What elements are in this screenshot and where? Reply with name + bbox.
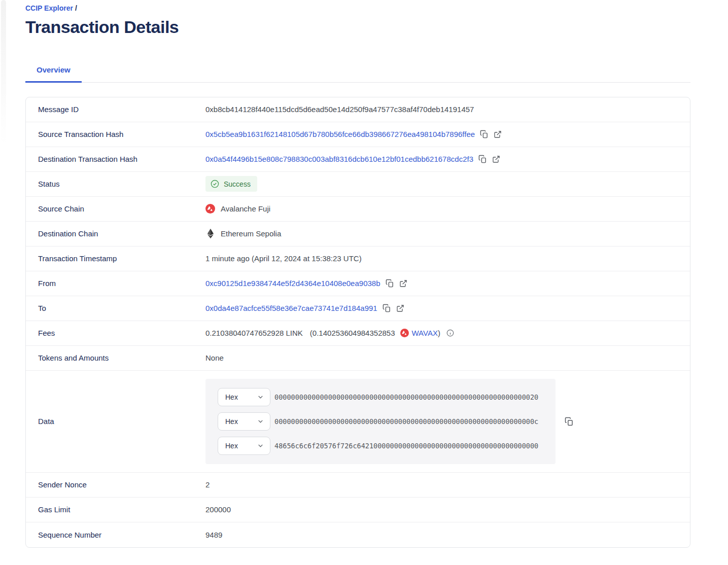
from-label: From: [38, 279, 205, 288]
sender-nonce-value: 2: [205, 480, 678, 489]
fees-converted-prefix: (0.140253604984352853: [310, 329, 395, 337]
dest-chain-name: Ethereum Sepolia: [221, 229, 281, 238]
message-id-label: Message ID: [38, 105, 205, 114]
copy-icon[interactable]: [565, 417, 574, 426]
tokens-value: None: [205, 354, 678, 362]
tab-bar: Overview: [25, 60, 690, 83]
dest-chain-label: Destination Chain: [38, 229, 205, 238]
encoding-select[interactable]: Hex: [218, 412, 270, 431]
sequence-number-label: Sequence Number: [38, 531, 205, 539]
source-chain-label: Source Chain: [38, 204, 205, 213]
encoding-select[interactable]: Hex: [218, 388, 270, 406]
check-circle-icon: [211, 180, 219, 188]
transaction-details-card: Message ID 0xb8cb414128f440e115dcd5d6ead…: [25, 97, 690, 548]
fees-label: Fees: [38, 329, 205, 337]
encoding-select[interactable]: Hex: [218, 437, 270, 455]
external-link-icon[interactable]: [396, 304, 404, 312]
dest-tx-hash-label: Destination Transaction Hash: [38, 155, 205, 163]
data-hex-line: 48656c6c6f20576f726c64210000000000000000…: [274, 442, 538, 450]
data-hex-panel: Hex 000000000000000000000000000000000000…: [205, 379, 556, 464]
row-tokens-and-amounts: Tokens and Amounts None: [26, 346, 690, 371]
source-tx-hash-label: Source Transaction Hash: [38, 130, 205, 138]
to-label: To: [38, 304, 205, 312]
row-message-id: Message ID 0xb8cb414128f440e115dcd5d6ead…: [26, 97, 690, 122]
info-icon[interactable]: [446, 329, 454, 337]
row-source-tx-hash: Source Transaction Hash 0x5cb5ea9b1631f6…: [26, 122, 690, 147]
left-edge-scroll-strip: [1, 0, 6, 146]
copy-icon[interactable]: [386, 279, 394, 288]
avalanche-icon: [205, 204, 215, 214]
gas-limit-label: Gas Limit: [38, 505, 205, 514]
source-chain-name: Avalanche Fuji: [221, 204, 270, 213]
data-line: Hex 48656c6c6f20576f726c6421000000000000…: [218, 437, 543, 455]
row-status: Status Success: [26, 172, 690, 197]
encoding-select-value: Hex: [225, 417, 238, 426]
transaction-details-page: CCIP Explorer/ Transaction Details Overv…: [0, 0, 728, 548]
data-hex-line: 0000000000000000000000000000000000000000…: [274, 393, 538, 401]
copy-icon[interactable]: [480, 130, 489, 138]
chevron-down-icon: [257, 442, 264, 449]
ethereum-icon: [205, 229, 215, 238]
breadcrumb: CCIP Explorer/: [25, 4, 690, 13]
source-tx-hash-link[interactable]: 0x5cb5ea9b1631f62148105d67b780b56fce66db…: [205, 130, 475, 138]
row-from: From 0xc90125d1e9384744e5f2d4364e10408e0…: [26, 271, 690, 296]
external-link-icon[interactable]: [494, 130, 502, 138]
status-label: Status: [38, 180, 205, 188]
chevron-down-icon: [257, 418, 264, 425]
breadcrumb-separator: /: [75, 4, 77, 12]
avalanche-icon: [400, 329, 409, 337]
fees-amount: 0.21038040747652928 LINK: [205, 329, 303, 337]
encoding-select-value: Hex: [225, 393, 238, 401]
timestamp-value: 1 minute ago (April 12, 2024 at 15:38:23…: [205, 254, 678, 263]
message-id-value: 0xb8cb414128f440e115dcd5d6ead50e14d250f9…: [205, 105, 678, 114]
row-source-chain: Source Chain Avalanche Fuji: [26, 197, 690, 222]
dest-tx-hash-link[interactable]: 0x0a54f4496b15e808c798830c003abf8316dcb6…: [205, 155, 473, 163]
row-dest-chain: Destination Chain Ethereum Sepolia: [26, 222, 690, 246]
sender-nonce-label: Sender Nonce: [38, 480, 205, 489]
external-link-icon[interactable]: [492, 155, 500, 163]
to-address-link[interactable]: 0x0da4e87acfce55f58e36e7cae73741e7d184a9…: [205, 304, 377, 312]
data-line: Hex 000000000000000000000000000000000000…: [218, 412, 543, 431]
status-badge-text: Success: [224, 180, 251, 188]
page-title: Transaction Details: [25, 17, 690, 37]
row-timestamp: Transaction Timestamp 1 minute ago (Apri…: [26, 246, 690, 271]
chevron-down-icon: [257, 394, 264, 400]
data-hex-line: 0000000000000000000000000000000000000000…: [274, 417, 538, 426]
data-label: Data: [38, 417, 205, 426]
encoding-select-value: Hex: [225, 442, 238, 450]
fees-converted-suffix: ): [438, 329, 440, 337]
status-badge: Success: [205, 176, 257, 192]
from-address-link[interactable]: 0xc90125d1e9384744e5f2d4364e10408e0ea903…: [205, 279, 380, 288]
sequence-number-value: 9489: [205, 531, 678, 539]
tokens-label: Tokens and Amounts: [38, 354, 205, 362]
row-data: Data Hex 0000000000000000000000000000000…: [26, 371, 690, 473]
data-line: Hex 000000000000000000000000000000000000…: [218, 388, 543, 406]
row-to: To 0x0da4e87acfce55f58e36e7cae73741e7d18…: [26, 296, 690, 321]
row-sequence-number: Sequence Number 9489: [26, 522, 690, 547]
row-gas-limit: Gas Limit 200000: [26, 498, 690, 522]
row-dest-tx-hash: Destination Transaction Hash 0x0a54f4496…: [26, 147, 690, 172]
breadcrumb-link-ccip-explorer[interactable]: CCIP Explorer: [25, 4, 73, 12]
row-fees: Fees 0.21038040747652928 LINK (0.1402536…: [26, 321, 690, 346]
copy-icon[interactable]: [478, 155, 487, 163]
gas-limit-value: 200000: [205, 505, 678, 514]
tab-overview[interactable]: Overview: [25, 60, 82, 83]
copy-icon[interactable]: [383, 304, 391, 312]
row-sender-nonce: Sender Nonce 2: [26, 473, 690, 498]
wavax-token-link[interactable]: WAVAX: [412, 329, 438, 337]
timestamp-label: Transaction Timestamp: [38, 254, 205, 263]
external-link-icon[interactable]: [399, 279, 407, 288]
